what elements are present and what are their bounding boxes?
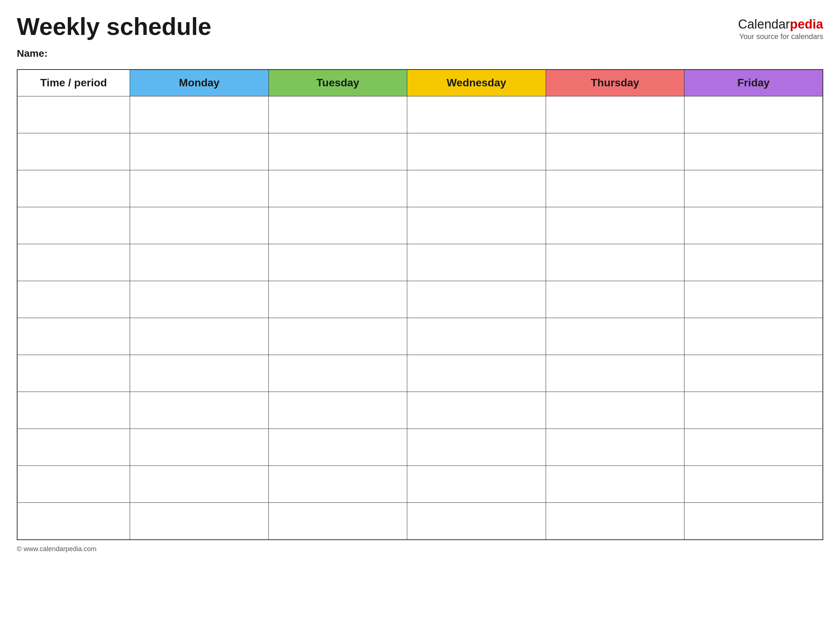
table-row xyxy=(17,170,823,207)
table-cell[interactable] xyxy=(684,318,823,355)
table-row xyxy=(17,503,823,540)
table-cell[interactable] xyxy=(546,503,684,540)
table-row xyxy=(17,392,823,429)
table-cell[interactable] xyxy=(268,96,407,133)
table-cell[interactable] xyxy=(684,133,823,170)
table-cell[interactable] xyxy=(684,392,823,429)
table-cell[interactable] xyxy=(130,281,268,318)
logo: Calendarpedia Your source for calendars xyxy=(738,17,823,41)
table-cell[interactable] xyxy=(17,207,130,244)
table-cell[interactable] xyxy=(130,392,268,429)
table-cell[interactable] xyxy=(130,318,268,355)
logo-pedia: pedia xyxy=(790,17,823,31)
table-cell[interactable] xyxy=(268,244,407,281)
table-cell[interactable] xyxy=(407,429,546,466)
table-cell[interactable] xyxy=(130,503,268,540)
table-cell[interactable] xyxy=(130,355,268,392)
table-cell[interactable] xyxy=(407,466,546,503)
col-header-tuesday: Tuesday xyxy=(268,70,407,96)
table-cell[interactable] xyxy=(546,281,684,318)
table-cell[interactable] xyxy=(130,244,268,281)
table-cell[interactable] xyxy=(546,207,684,244)
table-cell[interactable] xyxy=(684,244,823,281)
table-cell[interactable] xyxy=(546,133,684,170)
logo-tagline: Your source for calendars xyxy=(738,32,823,41)
table-cell[interactable] xyxy=(407,170,546,207)
table-cell[interactable] xyxy=(268,281,407,318)
table-cell[interactable] xyxy=(17,429,130,466)
table-cell[interactable] xyxy=(684,503,823,540)
table-cell[interactable] xyxy=(684,96,823,133)
table-row xyxy=(17,466,823,503)
copyright: © www.calendarpedia.com xyxy=(17,545,96,553)
table-cell[interactable] xyxy=(546,355,684,392)
table-cell[interactable] xyxy=(546,466,684,503)
table-row xyxy=(17,429,823,466)
table-row xyxy=(17,318,823,355)
table-cell[interactable] xyxy=(407,133,546,170)
page-title: Weekly schedule xyxy=(17,14,211,40)
table-cell[interactable] xyxy=(130,207,268,244)
table-cell[interactable] xyxy=(130,170,268,207)
table-cell[interactable] xyxy=(268,318,407,355)
table-cell[interactable] xyxy=(17,133,130,170)
table-cell[interactable] xyxy=(546,429,684,466)
table-cell[interactable] xyxy=(407,96,546,133)
table-cell[interactable] xyxy=(17,466,130,503)
table-cell[interactable] xyxy=(407,355,546,392)
logo-calendar: Calendar xyxy=(738,17,790,31)
col-header-time: Time / period xyxy=(17,70,130,96)
table-cell[interactable] xyxy=(17,96,130,133)
table-cell[interactable] xyxy=(17,170,130,207)
table-cell[interactable] xyxy=(17,355,130,392)
table-cell[interactable] xyxy=(407,392,546,429)
table-cell[interactable] xyxy=(546,170,684,207)
table-cell[interactable] xyxy=(407,503,546,540)
table-cell[interactable] xyxy=(268,355,407,392)
table-cell[interactable] xyxy=(130,429,268,466)
table-row xyxy=(17,133,823,170)
table-row xyxy=(17,207,823,244)
table-cell[interactable] xyxy=(546,96,684,133)
name-label: Name: xyxy=(17,48,48,59)
logo-text: Calendarpedia xyxy=(738,17,823,31)
table-cell[interactable] xyxy=(268,170,407,207)
col-header-thursday: Thursday xyxy=(546,70,684,96)
table-cell[interactable] xyxy=(407,244,546,281)
table-cell[interactable] xyxy=(546,244,684,281)
table-cell[interactable] xyxy=(268,392,407,429)
table-cell[interactable] xyxy=(17,318,130,355)
table-cell[interactable] xyxy=(268,207,407,244)
col-header-wednesday: Wednesday xyxy=(407,70,546,96)
table-header-row: Time / period Monday Tuesday Wednesday T… xyxy=(17,70,823,96)
table-cell[interactable] xyxy=(17,503,130,540)
table-cell[interactable] xyxy=(684,466,823,503)
table-cell[interactable] xyxy=(17,281,130,318)
table-cell[interactable] xyxy=(546,318,684,355)
table-row xyxy=(17,355,823,392)
table-cell[interactable] xyxy=(130,133,268,170)
table-cell[interactable] xyxy=(407,318,546,355)
table-cell[interactable] xyxy=(684,170,823,207)
table-cell[interactable] xyxy=(546,392,684,429)
table-cell[interactable] xyxy=(130,466,268,503)
name-row: Name: xyxy=(17,48,823,59)
table-cell[interactable] xyxy=(684,207,823,244)
table-cell[interactable] xyxy=(407,207,546,244)
table-cell[interactable] xyxy=(17,392,130,429)
table-cell[interactable] xyxy=(684,429,823,466)
table-cell[interactable] xyxy=(268,503,407,540)
table-cell[interactable] xyxy=(130,96,268,133)
schedule-table: Time / period Monday Tuesday Wednesday T… xyxy=(17,69,823,540)
footer: © www.calendarpedia.com xyxy=(17,545,823,553)
page-header: Weekly schedule Calendarpedia Your sourc… xyxy=(17,14,823,41)
col-header-monday: Monday xyxy=(130,70,268,96)
table-cell[interactable] xyxy=(268,466,407,503)
table-cell[interactable] xyxy=(268,133,407,170)
table-cell[interactable] xyxy=(268,429,407,466)
table-cell[interactable] xyxy=(684,281,823,318)
table-row xyxy=(17,96,823,133)
table-cell[interactable] xyxy=(17,244,130,281)
table-cell[interactable] xyxy=(684,355,823,392)
table-cell[interactable] xyxy=(407,281,546,318)
